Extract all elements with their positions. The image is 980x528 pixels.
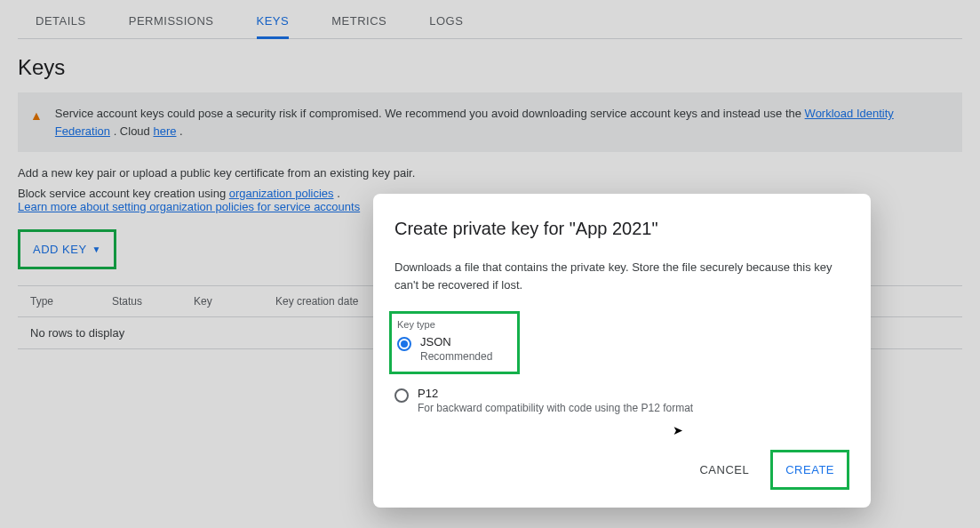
cancel-button[interactable]: CANCEL	[696, 456, 753, 484]
create-key-dialog: Create private key for "App 2021" Downlo…	[373, 194, 871, 508]
radio-p12[interactable]	[394, 388, 409, 403]
create-highlight: CREATE	[770, 450, 849, 490]
radio-json-row[interactable]: JSON Recommended	[397, 335, 492, 363]
keytype-highlight: Key type JSON Recommended	[389, 311, 520, 374]
radio-p12-row[interactable]: P12 For backward compatibility with code…	[394, 387, 849, 414]
create-button[interactable]: CREATE	[778, 458, 841, 482]
dialog-subtitle: Downloads a file that contains the priva…	[394, 259, 849, 293]
radio-json[interactable]	[397, 337, 411, 351]
radio-p12-sub: For backward compatibility with code usi…	[418, 402, 693, 414]
radio-json-label: JSON	[420, 335, 492, 348]
cursor-icon: ➤	[673, 423, 683, 437]
radio-json-sub: Recommended	[420, 350, 492, 363]
radio-p12-label: P12	[418, 387, 693, 400]
keytype-label: Key type	[397, 319, 492, 330]
dialog-title: Create private key for "App 2021"	[394, 219, 849, 239]
